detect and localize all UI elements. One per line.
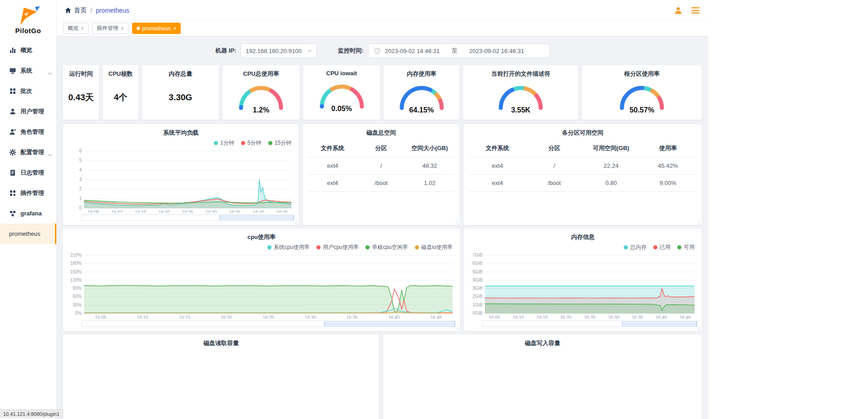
cpu-usage-chart: 0%30%60%90%120%150%180%210%16:0516:1016:…	[67, 253, 456, 319]
chevron-down-icon	[48, 151, 52, 158]
svg-text:16:30: 16:30	[206, 210, 217, 213]
svg-text:60%: 60%	[73, 294, 82, 299]
stat-card-cpu-usage: CPU总使用率 1.2%	[222, 65, 300, 120]
svg-text:16:10: 16:10	[513, 315, 524, 319]
svg-text:16:15: 16:15	[135, 210, 146, 213]
sidebar-item-system[interactable]: 系统	[0, 60, 56, 81]
sidebar-item-logs[interactable]: 日志管理	[0, 162, 56, 183]
datazoom-slider[interactable]	[81, 321, 455, 327]
svg-text:0%: 0%	[75, 311, 82, 316]
svg-text:150%: 150%	[70, 269, 82, 274]
svg-text:180%: 180%	[70, 261, 82, 266]
svg-text:16:15: 16:15	[537, 315, 548, 319]
bar-chart-icon	[9, 47, 16, 54]
svg-text:3GiB: 3GiB	[473, 286, 483, 291]
tab-overview[interactable]: 概览 ×	[63, 23, 89, 34]
user-icon	[9, 108, 16, 115]
disk-write-card: 磁盘写入容量	[383, 335, 702, 419]
disk-read-card: 磁盘读取容量	[63, 335, 379, 419]
pilotgo-logo-icon	[15, 6, 41, 26]
svg-text:2: 2	[79, 186, 82, 191]
svg-text:120%: 120%	[70, 278, 82, 283]
user-account-icon[interactable]	[674, 6, 683, 15]
svg-text:16:25: 16:25	[182, 210, 193, 213]
close-icon[interactable]: ×	[121, 26, 124, 31]
machine-ip-select[interactable]: 192.168.160.20:9100	[241, 44, 317, 58]
breadcrumb-current: prometheus	[96, 7, 129, 14]
svg-text:16:45: 16:45	[430, 315, 442, 319]
svg-text:90%: 90%	[73, 286, 82, 291]
plugin-icon	[9, 190, 16, 197]
partition-free-card: 各分区可用空间 文件系统 分区 可用空间(GB) 使用率 ext4/22.244…	[464, 124, 702, 225]
stat-card-mem-usage: 内存使用率 64.15%	[384, 65, 459, 120]
home-icon	[65, 7, 71, 14]
tab-plugins[interactable]: 插件管理 ×	[92, 23, 128, 34]
gauge-value: 50.57%	[612, 106, 671, 114]
svg-text:16:20: 16:20	[221, 315, 232, 319]
svg-text:16:20: 16:20	[158, 210, 170, 213]
clock-icon	[374, 48, 380, 54]
chart-legend: 1分钟 5分钟 15分钟	[63, 139, 299, 147]
gauge: 0.05%	[312, 79, 371, 113]
tags-bar: 概览 × 插件管理 × prometheus ×	[57, 20, 708, 36]
svg-text:16:35: 16:35	[346, 315, 358, 319]
time-end-value: 2023-09-02 16:46:31	[469, 48, 524, 54]
datazoom-slider[interactable]	[81, 214, 294, 221]
dashboard-row-4: 磁盘读取容量 磁盘写入容量	[63, 335, 702, 419]
link-preview-statusbar: 10.41.121.4:8080/plugin1	[0, 409, 63, 418]
svg-text:16:45: 16:45	[276, 210, 288, 213]
content-column: 首页 / prometheus 概览 × 插件管理 × promethe	[57, 0, 708, 419]
chart-legend: 总内存 已用 可用	[464, 243, 702, 252]
gauge: 50.57%	[612, 81, 671, 114]
svg-text:0GiB: 0GiB	[473, 311, 483, 316]
svg-text:16:25: 16:25	[584, 315, 595, 319]
time-range-picker[interactable]: 2023-09-02 14:46:31 至 2023-09-02 16:46:3…	[368, 44, 550, 58]
sidebar-item-prometheus[interactable]: prometheus	[0, 224, 56, 244]
svg-text:30%: 30%	[73, 302, 82, 307]
sidebar-item-overview[interactable]: 概览	[0, 40, 56, 60]
disk-total-table: 文件系统 分区 空间大小(GB) ext4/48.32 ext4/boot1.0…	[308, 140, 454, 192]
stat-card-mem-total: 内存总量 3.30G	[142, 65, 219, 120]
gauge-value: 0.05%	[312, 105, 371, 113]
close-icon[interactable]: ×	[81, 26, 84, 31]
menu-hamburger-icon[interactable]	[691, 6, 700, 15]
table-row: ext4/boot0.809.00%	[469, 175, 696, 192]
sidebar-item-grafana[interactable]: grafana	[0, 203, 56, 224]
sidebar-item-users[interactable]: 用户管理	[0, 101, 56, 122]
tab-prometheus[interactable]: prometheus ×	[132, 23, 181, 34]
disk-total-card: 磁盘总空间 文件系统 分区 空间大小(GB) ext4/48.32	[303, 124, 459, 225]
sidebar-item-batch[interactable]: 批次	[0, 81, 56, 101]
grid-icon	[9, 88, 16, 95]
logo[interactable]: PilotGo	[0, 0, 56, 40]
svg-text:16:35: 16:35	[631, 315, 643, 319]
stat-card-open-fds: 当前打开的文件描述符 3.55K	[463, 65, 578, 120]
app-window: PilotGo 概览 系统 批次 用户管理 角色管理	[0, 0, 708, 419]
svg-text:16:25: 16:25	[262, 315, 274, 319]
breadcrumb-home-link[interactable]: 首页	[65, 6, 87, 15]
gauge: 64.15%	[392, 81, 451, 114]
svg-text:16:30: 16:30	[608, 315, 619, 319]
svg-text:16:45: 16:45	[680, 315, 691, 319]
monitor-icon	[9, 67, 16, 74]
sidebar-item-roles[interactable]: 角色管理	[0, 122, 56, 142]
svg-text:16:10: 16:10	[111, 210, 123, 213]
svg-text:6: 6	[79, 148, 82, 153]
close-icon[interactable]: ×	[173, 26, 176, 31]
stat-card-cpu-cores: CPU核数 4个	[103, 65, 138, 120]
sidebar-item-config[interactable]: 配置管理	[0, 142, 56, 162]
table-row: ext4/22.2445.42%	[469, 157, 696, 175]
cpu-usage-card: cpu使用率 系统cpu使用率 用户cpu使用率 单核cpu空闲率 磁盘io使用…	[63, 229, 460, 331]
svg-text:1GiB: 1GiB	[473, 302, 483, 307]
dashboard-row-2: 系统平均负载 1分钟 5分钟 15分钟 012345616:0516:1016:…	[63, 124, 702, 225]
svg-text:16:15: 16:15	[179, 315, 190, 319]
svg-text:6GiB: 6GiB	[473, 261, 483, 266]
svg-text:4GiB: 4GiB	[473, 278, 483, 283]
dashboard-row-3: cpu使用率 系统cpu使用率 用户cpu使用率 单核cpu空闲率 磁盘io使用…	[63, 229, 702, 331]
gauge-value: 1.2%	[232, 106, 291, 114]
svg-text:16:05: 16:05	[95, 315, 106, 319]
role-icon	[9, 128, 16, 136]
sidebar-item-plugins[interactable]: 插件管理	[0, 183, 56, 203]
gauge: 3.55K	[491, 81, 550, 114]
datazoom-slider[interactable]	[482, 321, 697, 327]
stat-value: 4个	[114, 80, 128, 120]
